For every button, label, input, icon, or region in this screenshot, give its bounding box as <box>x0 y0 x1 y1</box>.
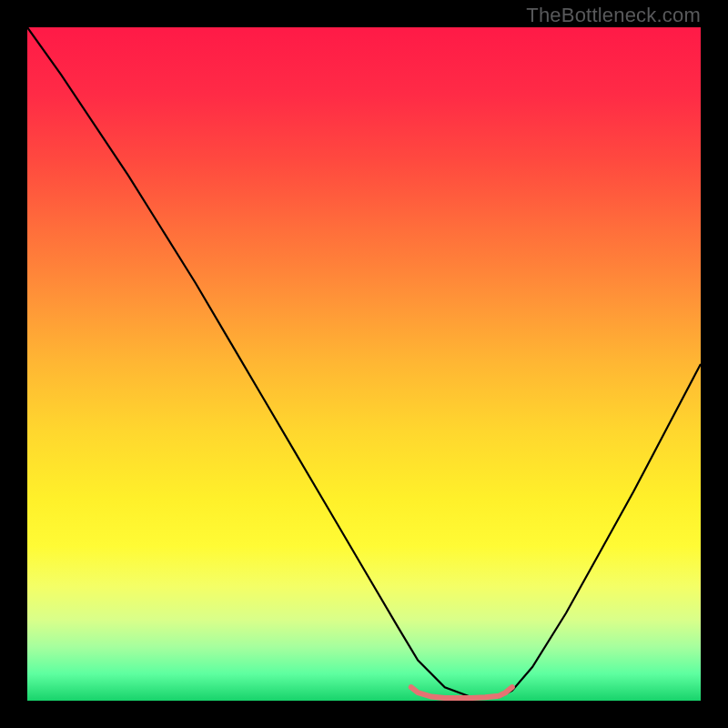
attribution-text: TheBottleneck.com <box>526 4 701 27</box>
chart-frame: TheBottleneck.com <box>0 0 728 728</box>
bottleneck-chart <box>27 27 701 701</box>
plot-area <box>27 27 701 701</box>
gradient-background <box>27 27 701 701</box>
